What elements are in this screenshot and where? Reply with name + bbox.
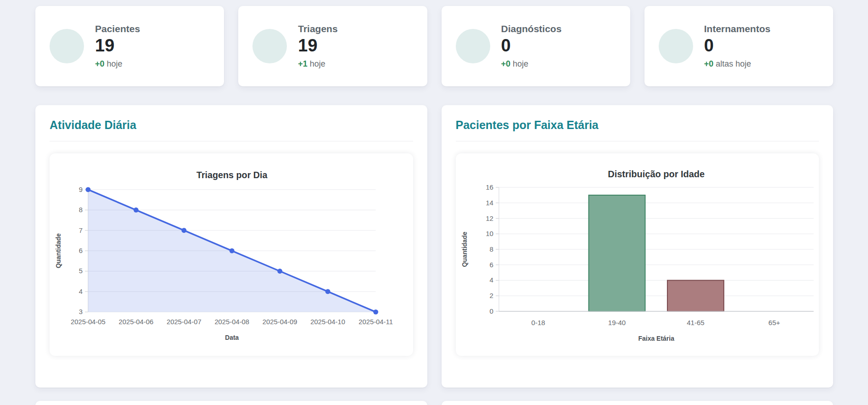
stat-delta: +0 altas hoje	[704, 59, 771, 69]
svg-text:2025-04-11: 2025-04-11	[358, 318, 393, 326]
admissions-icon	[659, 29, 693, 63]
triagens-line-chart: 3456789Triagens por DiaDataQuantidade202…	[50, 153, 413, 356]
stats-row: Pacientes 19 +0 hoje Triagens 19 +1 hoje…	[35, 6, 833, 86]
stat-value: 0	[501, 36, 562, 56]
delta-value: +0	[501, 59, 511, 68]
svg-text:16: 16	[486, 183, 493, 191]
charts-row: Atividade Diária 3456789Triagens por Dia…	[35, 105, 833, 388]
svg-text:9: 9	[79, 186, 83, 193]
divider	[456, 141, 819, 141]
age-distribution-chart-panel: 0246810121416Distribuição por IdadeFaixa…	[456, 153, 819, 356]
delta-value: +0	[95, 59, 105, 68]
stat-title: Diagnósticos	[501, 23, 562, 34]
stat-delta: +0 hoje	[95, 59, 140, 69]
section-heading: Pacientes por Faixa Etária	[456, 118, 819, 132]
svg-text:6: 6	[489, 261, 493, 269]
svg-text:5: 5	[79, 267, 83, 275]
svg-text:Quantidade: Quantidade	[460, 231, 468, 267]
delta-label: altas hoje	[713, 59, 751, 68]
daily-activity-chart-panel: 3456789Triagens por DiaDataQuantidade202…	[50, 153, 413, 356]
svg-text:14: 14	[486, 199, 493, 207]
svg-text:2025-04-07: 2025-04-07	[167, 318, 202, 326]
svg-text:Data: Data	[225, 334, 239, 341]
stat-delta: +1 hoje	[298, 59, 337, 69]
stat-card-diagnosticos: Diagnósticos 0 +0 hoje	[442, 6, 630, 86]
stat-title: Pacientes	[95, 23, 140, 34]
svg-text:2025-04-10: 2025-04-10	[310, 318, 345, 326]
svg-text:6: 6	[79, 247, 83, 254]
stat-delta: +0 hoje	[501, 59, 562, 69]
bottom-row	[35, 401, 833, 405]
stat-title: Triagens	[298, 23, 337, 34]
delta-label: hoje	[510, 59, 528, 68]
svg-text:65+: 65+	[768, 319, 780, 326]
svg-text:41-65: 41-65	[687, 319, 704, 326]
svg-text:4: 4	[79, 288, 83, 295]
diagnostics-icon	[456, 29, 490, 63]
stat-value: 19	[95, 36, 140, 56]
section-faixa-etaria: Pacientes por Faixa Etária 0246810121416…	[442, 105, 834, 388]
delta-label: hoje	[308, 59, 325, 68]
svg-text:2025-04-08: 2025-04-08	[214, 318, 249, 326]
svg-text:2025-04-06: 2025-04-06	[118, 318, 153, 326]
stat-card-triagens: Triagens 19 +1 hoje	[238, 6, 427, 86]
section-atividade-diaria: Atividade Diária 3456789Triagens por Dia…	[35, 105, 427, 388]
svg-text:Triagens por Dia: Triagens por Dia	[196, 170, 268, 180]
stat-card-pacientes: Pacientes 19 +0 hoje	[35, 6, 224, 86]
divider	[50, 141, 413, 141]
svg-text:Faixa Etária: Faixa Etária	[638, 335, 674, 342]
partial-card-left	[35, 401, 427, 405]
delta-value: +0	[704, 59, 714, 68]
stat-title: Internamentos	[704, 23, 771, 34]
patients-icon	[50, 29, 84, 63]
svg-text:0-18: 0-18	[531, 319, 545, 326]
stat-value: 19	[298, 36, 337, 56]
svg-text:10: 10	[486, 230, 493, 237]
svg-text:19-40: 19-40	[608, 319, 625, 326]
svg-text:0: 0	[489, 307, 493, 315]
svg-text:8: 8	[79, 206, 83, 214]
delta-value: +1	[298, 59, 308, 68]
svg-text:4: 4	[489, 276, 493, 284]
svg-text:8: 8	[489, 245, 493, 253]
stat-value: 0	[704, 36, 771, 56]
svg-text:2025-04-05: 2025-04-05	[71, 318, 106, 326]
svg-text:2025-04-09: 2025-04-09	[263, 318, 297, 326]
stat-card-internamentos: Internamentos 0 +0 altas hoje	[644, 6, 833, 86]
svg-text:Distribuição por Idade: Distribuição por Idade	[608, 169, 705, 179]
section-heading: Atividade Diária	[50, 118, 413, 132]
delta-label: hoje	[105, 59, 123, 68]
svg-text:2: 2	[489, 292, 493, 299]
partial-card-right	[442, 401, 834, 405]
dashboard-page: Pacientes 19 +0 hoje Triagens 19 +1 hoje…	[0, 0, 868, 405]
svg-text:12: 12	[486, 214, 493, 222]
svg-text:3: 3	[79, 308, 83, 315]
idade-bar-chart: 0246810121416Distribuição por IdadeFaixa…	[456, 153, 819, 356]
svg-text:7: 7	[79, 227, 83, 234]
svg-text:Quantidade: Quantidade	[55, 233, 62, 268]
triage-icon	[252, 29, 287, 63]
